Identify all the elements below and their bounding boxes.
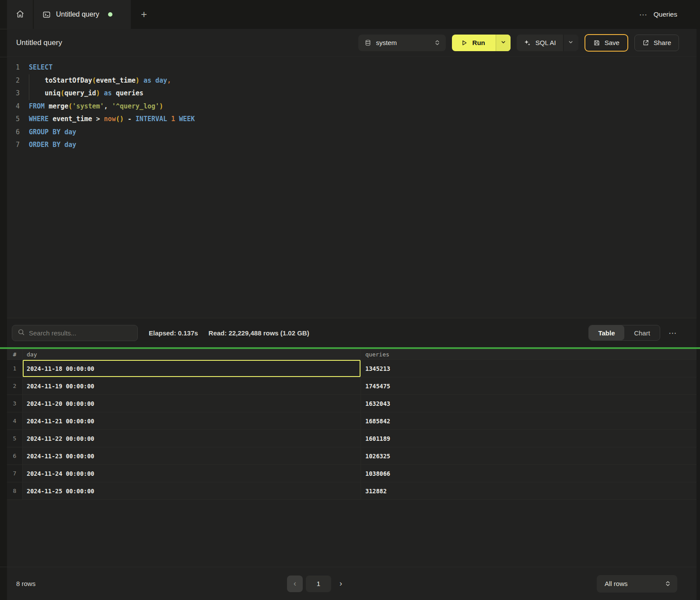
code-line[interactable]: 4FROM merge('system', '^query_log') [0,100,700,113]
row-index-cell[interactable]: 1 [7,360,23,377]
save-label: Save [605,39,620,46]
queries-cell[interactable]: 1038066 [361,465,700,482]
save-icon [593,39,600,46]
tab-untitled-query[interactable]: Untitled query [33,0,131,29]
select-updown-icon [434,39,441,46]
tab-bar: Untitled query + ⋯ Queries [0,0,700,29]
queries-cell[interactable]: 1601189 [361,430,700,447]
code-editor[interactable]: 1SELECT2 toStartOfDay(event_time) as day… [0,57,700,318]
line-number: 2 [7,74,20,87]
code-line[interactable]: 6GROUP BY day [0,126,700,139]
tab-table-view[interactable]: Table [589,325,624,340]
queries-cell[interactable]: 1745475 [361,377,700,394]
queries-label[interactable]: Queries [654,10,677,18]
results-toolbar: Elapsed: 0.137s Read: 22,229,488 rows (1… [0,318,700,347]
row-index-cell[interactable]: 6 [7,447,23,464]
line-number: 3 [7,87,20,100]
sparkles-icon [523,39,531,47]
query-header: Untitled query system Run [0,29,700,57]
column-header-day[interactable]: day [23,349,361,359]
queries-cell[interactable]: 312882 [361,482,700,499]
chevron-down-icon [568,39,574,46]
tabbar-spacer [157,0,639,29]
line-number: 5 [7,113,20,126]
code-line[interactable]: 3 uniq(query_id) as queries [0,87,700,100]
row-index-cell[interactable]: 5 [7,430,23,447]
table-row: 42024-11-21 00:00:001685842 [0,412,700,430]
sql-ai-options-button[interactable] [563,35,578,51]
row-index-cell[interactable]: 3 [7,395,23,412]
add-tab-button[interactable]: + [131,0,157,29]
page-size-select[interactable]: All rows [597,575,677,593]
day-cell[interactable]: 2024-11-19 00:00:00 [23,377,361,394]
table-header-row: # day queries [0,349,700,360]
code-line[interactable]: 7ORDER BY day [0,139,700,152]
next-page-button[interactable]: › [334,576,347,592]
queries-cell[interactable]: 1632043 [361,395,700,412]
results-table: # day queries 12024-11-18 00:00:00134521… [0,349,700,567]
prev-page-button[interactable]: ‹ [287,576,303,592]
queries-cell[interactable]: 1026325 [361,447,700,464]
table-row: 82024-11-25 00:00:00312882 [0,482,700,500]
code-text: ORDER BY day [20,139,76,152]
code-text: WHERE event_time > now() - INTERVAL 1 WE… [20,113,195,126]
tab-chart-view[interactable]: Chart [624,325,660,340]
sql-console-window: Untitled query + ⋯ Queries Untitled quer… [0,0,700,600]
share-label: Share [654,39,671,46]
queries-cell[interactable]: 1345213 [361,360,700,377]
row-index-cell[interactable]: 4 [7,412,23,429]
day-cell[interactable]: 2024-11-21 00:00:00 [23,412,361,429]
line-number: 4 [7,100,20,113]
run-button[interactable]: Run [452,35,496,51]
day-cell[interactable]: 2024-11-22 00:00:00 [23,430,361,447]
search-results-input[interactable] [29,329,132,337]
day-cell[interactable]: 2024-11-24 00:00:00 [23,465,361,482]
column-header-index[interactable]: # [7,349,23,359]
ellipsis-icon[interactable]: ⋯ [639,10,648,19]
query-title: Untitled query [16,38,62,47]
page-size-value: All rows [605,580,628,587]
line-number: 6 [7,126,20,139]
code-text: uniq(query_id) as queries [20,87,144,100]
query-controls: system Run [358,34,679,52]
chevron-down-icon [500,39,506,46]
row-index-cell[interactable]: 7 [7,465,23,482]
share-button[interactable]: Share [634,35,679,51]
day-cell[interactable]: 2024-11-20 00:00:00 [23,395,361,412]
table-empty-area [0,500,700,567]
home-icon [16,10,24,20]
right-gutter [696,29,700,600]
selected-day-cell[interactable]: 2024-11-18 00:00:00 [23,360,361,377]
code-line[interactable]: 5WHERE event_time > now() - INTERVAL 1 W… [0,113,700,126]
table-row: 62024-11-23 00:00:001026325 [0,447,700,465]
read-stat: Read: 22,229,488 rows (1.02 GB) [209,329,309,337]
day-cell[interactable]: 2024-11-23 00:00:00 [23,447,361,464]
code-text: SELECT [20,61,52,74]
left-gutter [0,0,7,600]
line-number: 7 [7,139,20,152]
column-header-queries[interactable]: queries [361,349,700,359]
table-row: 72024-11-24 00:00:001038066 [0,465,700,482]
select-updown-icon [665,580,671,587]
results-more-button[interactable]: ⋯ [668,328,677,338]
code-text: GROUP BY day [20,126,76,139]
sql-ai-button[interactable]: SQL AI [517,35,563,51]
elapsed-stat: Elapsed: 0.137s [149,329,198,337]
queries-cell[interactable]: 1685842 [361,412,700,429]
code-line[interactable]: 2 toStartOfDay(event_time) as day, [0,74,700,87]
queries-panel-toggle[interactable]: ⋯ Queries [639,0,700,29]
day-cell[interactable]: 2024-11-25 00:00:00 [23,482,361,499]
row-index-cell[interactable]: 8 [7,482,23,499]
code-line[interactable]: 1SELECT [0,61,700,74]
pagination: ‹ 1 › [287,576,347,592]
save-button[interactable]: Save [584,34,628,52]
tab-title: Untitled query [56,10,99,18]
database-select[interactable]: system [358,35,446,51]
sql-ai-button-group: SQL AI [517,35,578,51]
row-index-cell[interactable]: 2 [7,377,23,394]
run-options-button[interactable] [496,35,511,51]
play-icon [461,39,468,46]
table-row: 52024-11-22 00:00:001601189 [0,430,700,447]
current-page-button[interactable]: 1 [306,576,331,592]
home-button[interactable] [7,0,33,29]
